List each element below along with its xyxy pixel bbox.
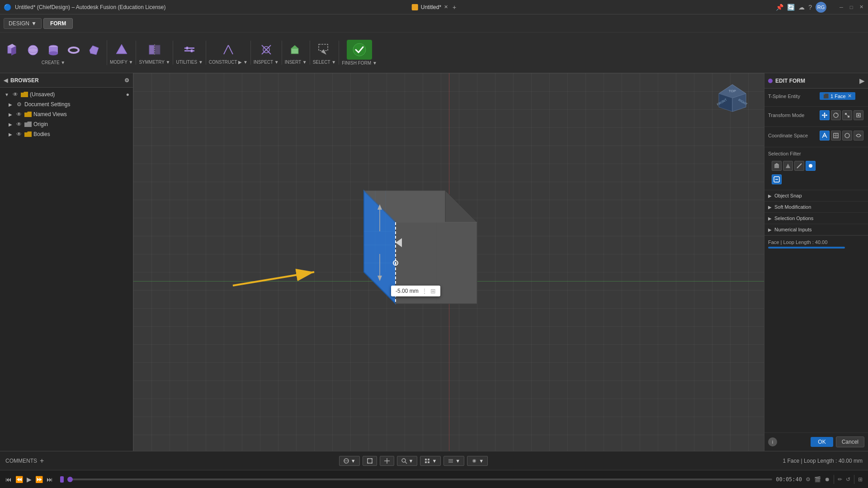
face-loop-status: 1 Face | Loop Length : 40.00 mm — [783, 458, 863, 464]
view-grid-btn[interactable]: ▼ — [443, 456, 464, 466]
browser-tree: ▼ 👁 (Unsaved) ● ▶ ⚙ Document Settings ▶ … — [0, 88, 133, 451]
finish-form-tool[interactable] — [347, 40, 372, 60]
timeline-camera-icon[interactable]: 🎬 — [814, 476, 821, 483]
coord-btn3[interactable] — [842, 131, 852, 141]
view-pan-btn[interactable] — [380, 456, 394, 466]
utilities-tool[interactable] — [179, 41, 199, 59]
browser-settings-icon[interactable]: ⚙ — [124, 77, 129, 84]
svg-marker-73 — [774, 163, 779, 164]
tree-item-origin-label: Origin — [33, 121, 48, 127]
view-env-btn[interactable]: ▼ — [467, 456, 488, 466]
refresh-icon[interactable]: 🔄 — [787, 4, 795, 11]
transform-mode-btn2[interactable] — [831, 110, 841, 120]
maximize-button[interactable]: □ — [848, 4, 854, 10]
nav-cube[interactable]: TOP FRONT RIGHT — [714, 82, 750, 118]
pin-icon[interactable]: 📌 — [776, 4, 783, 11]
tree-expand-icon[interactable]: ▼ — [4, 91, 10, 98]
filter-btn-face[interactable] — [783, 161, 793, 171]
timeline-edit-icon[interactable]: ✏ — [838, 476, 842, 483]
timeline-next-icon[interactable]: ⏩ — [35, 476, 43, 483]
timeline-start-icon[interactable]: ⏮ — [5, 476, 12, 483]
create-cylinder-tool[interactable] — [43, 41, 63, 59]
svg-point-16 — [190, 50, 193, 52]
tree-item-unsaved[interactable]: ▼ 👁 (Unsaved) ● — [0, 89, 133, 99]
filter-btn-vertex[interactable] — [806, 161, 816, 171]
user-avatar[interactable]: RG — [816, 2, 826, 13]
create-sphere-tool[interactable] — [23, 41, 43, 59]
construct-tool[interactable] — [218, 41, 238, 59]
help-icon[interactable]: ? — [808, 4, 812, 11]
timeline-marker[interactable] — [60, 476, 64, 483]
tree-expand-doc-icon[interactable]: ▶ — [7, 101, 14, 108]
tree-expand-bodies-icon[interactable]: ▶ — [7, 131, 14, 137]
timeline-restore-icon[interactable]: ↺ — [846, 476, 850, 483]
bottom-bar: COMMENTS + ▼ ▼ ▼ ▼ ▼ 1 Face | L — [0, 451, 868, 470]
tree-expand-views-icon[interactable]: ▶ — [7, 111, 14, 117]
object-snap-row[interactable]: ▶ Object Snap — [764, 190, 868, 202]
tree-item-bodies[interactable]: ▶ 👁 Bodies — [0, 129, 133, 139]
new-tab-icon[interactable]: + — [453, 4, 456, 11]
panel-collapse-icon[interactable]: ▶ — [859, 77, 864, 84]
soft-modification-row[interactable]: ▶ Soft Modification — [764, 202, 868, 213]
svg-rect-22 — [291, 48, 298, 54]
tree-expand-origin-icon[interactable]: ▶ — [7, 121, 14, 127]
view-fit-btn[interactable] — [363, 456, 377, 466]
ok-button[interactable]: OK — [811, 437, 833, 447]
timeline-record-icon[interactable]: ⏺ — [825, 476, 830, 483]
viewport[interactable]: TOP FRONT RIGHT — [133, 73, 764, 451]
item-settings-icon[interactable]: ● — [126, 91, 129, 98]
svg-marker-58 — [824, 117, 826, 118]
tree-item-document-settings[interactable]: ▶ ⚙ Document Settings — [0, 99, 133, 109]
form-tab[interactable]: FORM — [43, 18, 73, 29]
view-display-btn[interactable]: ▼ — [420, 456, 441, 466]
browser-collapse-icon[interactable]: ◀ — [4, 77, 8, 84]
design-button[interactable]: DESIGN ▼ — [4, 18, 42, 29]
tree-item-origin[interactable]: ▶ 👁 Origin — [0, 119, 133, 129]
timeline-expand-icon[interactable]: ⊞ — [858, 476, 863, 483]
minimize-button[interactable]: ─ — [838, 4, 844, 10]
timeline-play-icon[interactable]: ▶ — [27, 476, 32, 483]
timeline-prev-icon[interactable]: ⏪ — [15, 476, 23, 483]
numerical-inputs-row[interactable]: ▶ Numerical Inputs — [764, 224, 868, 235]
insert-tool[interactable] — [286, 41, 306, 59]
coord-btn4[interactable] — [854, 131, 863, 141]
view-zoom-btn[interactable]: ▼ — [397, 456, 418, 466]
filter-btn-extra[interactable] — [772, 174, 782, 184]
info-button[interactable]: i — [768, 437, 777, 446]
numerical-inputs-label: Numerical Inputs — [774, 227, 812, 232]
cancel-button[interactable]: Cancel — [836, 436, 864, 447]
tree-item-named-views[interactable]: ▶ 👁 Named Views — [0, 109, 133, 119]
svg-rect-24 — [319, 44, 328, 51]
select-tool[interactable] — [314, 41, 334, 59]
svg-marker-23 — [291, 45, 298, 48]
timeline-track[interactable] — [67, 479, 772, 480]
close-button[interactable]: ✕ — [858, 4, 864, 10]
selection-options-row[interactable]: ▶ Selection Options — [764, 213, 868, 224]
coord-btn1[interactable] — [820, 131, 830, 141]
svg-text:TOP: TOP — [729, 89, 736, 93]
eye-visibility-icon[interactable]: 👁 — [12, 91, 19, 98]
create-box-tool[interactable] — [3, 40, 23, 59]
create-quad-tool[interactable] — [84, 41, 104, 59]
tooltip-menu-icon[interactable]: ⋮ — [421, 287, 428, 295]
tooltip-expand-icon[interactable]: ⊞ — [430, 287, 436, 295]
transform-mode-btn3[interactable] — [842, 110, 852, 120]
symmetry-tool[interactable] — [145, 41, 165, 59]
face-chip-close-icon[interactable]: ✕ — [848, 93, 852, 99]
transform-mode-btn1[interactable] — [820, 110, 830, 120]
view-orbit-btn[interactable]: ▼ — [339, 456, 360, 466]
coord-btn2[interactable] — [831, 131, 841, 141]
filter-btn-edge[interactable] — [794, 161, 804, 171]
cloud-icon[interactable]: ☁ — [798, 4, 805, 11]
create-torus-tool[interactable] — [64, 41, 84, 59]
filter-btn-body[interactable] — [772, 161, 782, 171]
timeline-settings-icon[interactable]: ⚙ — [806, 476, 811, 483]
face-chip[interactable]: ⬛ 1 Face ✕ — [820, 92, 855, 100]
modify-tool[interactable] — [112, 41, 132, 59]
add-comment-icon[interactable]: + — [40, 457, 44, 465]
inspect-tool[interactable] — [256, 41, 276, 59]
timeline-end-icon[interactable]: ⏭ — [47, 476, 53, 483]
viewport-controls: ▼ ▼ ▼ ▼ ▼ — [339, 456, 488, 466]
transform-mode-btn4[interactable] — [854, 110, 863, 120]
close-tab-icon[interactable]: ✕ — [444, 4, 448, 10]
